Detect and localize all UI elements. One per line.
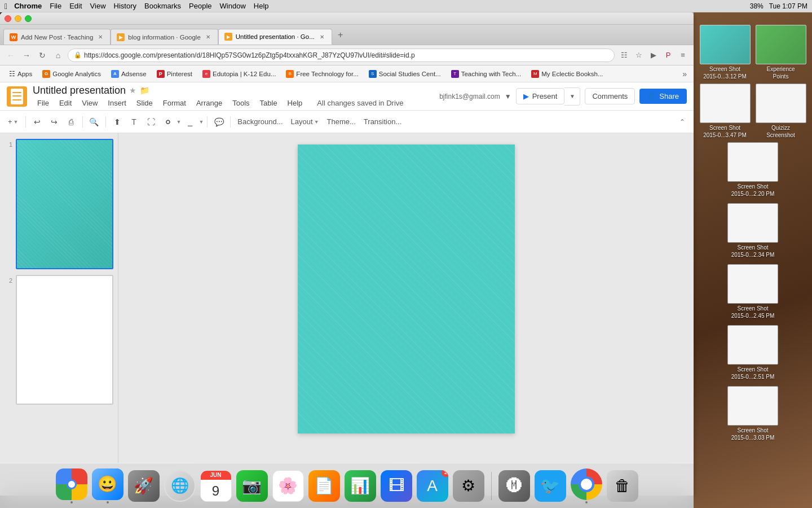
app-menu-file[interactable]: File xyxy=(50,2,61,10)
background-button[interactable]: Background... xyxy=(234,114,286,130)
star-button[interactable]: ☆ xyxy=(633,49,645,62)
tab-close-1[interactable]: ✕ xyxy=(96,33,104,41)
dock-item-appstore[interactable]: A 2 xyxy=(417,470,448,502)
address-bar[interactable]: 🔒 https://docs.google.com/presentation/d… xyxy=(68,49,615,62)
slides-menu-table[interactable]: Table xyxy=(255,98,282,108)
desktop-icon-ss5[interactable]: Screen Shot2015-0...2.20 PM xyxy=(694,140,812,200)
bookmarks-more-button[interactable]: » xyxy=(680,68,689,80)
present-dropdown-button[interactable]: ▼ xyxy=(564,87,580,106)
slides-menu-slide[interactable]: Slide xyxy=(132,98,157,108)
dock-item-finder[interactable]: 😀 xyxy=(92,468,123,503)
dock-item-calendar[interactable]: JUN 9 xyxy=(200,470,232,502)
bookmark-free-tech[interactable]: B Free Technology for... xyxy=(281,69,363,79)
dock-item-trash[interactable]: 🗑 xyxy=(607,470,638,502)
slides-title[interactable]: Untitled presentation xyxy=(33,85,126,97)
slides-menu-arrange[interactable]: Arrange xyxy=(192,98,227,108)
new-tab-button[interactable]: + xyxy=(334,29,347,41)
back-button[interactable]: ← xyxy=(5,49,17,62)
bookmark-edutopia[interactable]: e Edutopia | K-12 Edu... xyxy=(198,69,280,79)
zoom-add-button[interactable]: + ▼ xyxy=(5,114,22,130)
dock-item-facetime[interactable]: 📷 xyxy=(236,470,268,502)
star-favorite-icon[interactable]: ★ xyxy=(129,86,136,95)
slides-menu-help[interactable]: Help xyxy=(283,98,307,108)
cursor-tool[interactable]: ⬆ xyxy=(109,114,125,130)
dock-item-chrome-canary[interactable] xyxy=(571,468,602,503)
pinterest-button[interactable]: P xyxy=(662,49,674,62)
dock-item-calculator[interactable]: 🅜 xyxy=(498,470,530,502)
slides-menu-tools[interactable]: Tools xyxy=(228,98,254,108)
tab-untitled-presentation[interactable]: ▶ Untitled presentation · Go... ✕ xyxy=(218,29,332,45)
tab-close-3[interactable]: ✕ xyxy=(318,33,326,41)
share-button[interactable]: 👤 Share xyxy=(639,89,687,104)
close-button[interactable] xyxy=(5,15,11,22)
bookmark-apps[interactable]: ☷ Apps xyxy=(5,69,37,79)
app-menu-chrome[interactable]: Chrome xyxy=(14,2,42,10)
slide-main-canvas[interactable] xyxy=(298,144,515,433)
bookmark-adsense[interactable]: A Adsense xyxy=(107,69,151,79)
dock-item-chrome[interactable] xyxy=(56,468,87,503)
bookmark-pinterest[interactable]: P Pinterest xyxy=(152,69,197,79)
dock-item-rocket[interactable]: 🚀 xyxy=(128,470,160,502)
desktop-icon-ss3[interactable]: Screen Shot2015-0...3.47 PM xyxy=(698,84,752,139)
collapse-toolbar-button[interactable]: ⌃ xyxy=(676,115,689,129)
slides-menu-view[interactable]: View xyxy=(77,98,102,108)
theme-button[interactable]: Theme... xyxy=(324,114,359,130)
layout-button[interactable]: Layout ▼ xyxy=(288,114,323,130)
bookmark-social-studies[interactable]: S Social Studies Cent... xyxy=(364,69,445,79)
desktop-icon-ss7[interactable]: Screen Shot2015-0...2.45 PM xyxy=(694,262,812,322)
app-menu-view[interactable]: View xyxy=(90,2,106,10)
slides-menu-edit[interactable]: Edit xyxy=(55,98,76,108)
bookmark-google-analytics[interactable]: G Google Analytics xyxy=(38,69,105,79)
dock-item-numbers[interactable]: 📊 xyxy=(345,470,376,502)
desktop-icon-ss8[interactable]: Screen Shot2015-0...2.51 PM xyxy=(694,323,812,383)
user-dropdown-icon[interactable]: ▼ xyxy=(505,93,511,100)
desktop-icon-experience[interactable]: ExperiencePoints xyxy=(754,25,807,80)
slide-thumb-1[interactable] xyxy=(16,139,113,269)
home-button[interactable]: ⌂ xyxy=(52,49,64,62)
cast-button[interactable]: ▶ xyxy=(647,49,660,62)
app-menu-history[interactable]: History xyxy=(114,2,136,10)
desktop-icon-ss1[interactable]: Screen Shot2015-0...3.12 PM xyxy=(698,25,752,80)
slide-panel-item-2[interactable]: 2 xyxy=(5,275,113,405)
slide-thumb-2[interactable] xyxy=(16,275,113,405)
text-tool[interactable]: T xyxy=(126,114,142,130)
zoom-button[interactable]: 🔍 xyxy=(86,114,102,130)
folder-icon[interactable]: 📁 xyxy=(140,86,149,95)
app-menu-window[interactable]: Window xyxy=(220,2,246,10)
app-menu-edit[interactable]: Edit xyxy=(69,2,82,10)
refresh-button[interactable]: ↻ xyxy=(36,49,48,62)
bookmark-eclectic[interactable]: M My Eclectic Booksh... xyxy=(527,69,607,79)
dock-item-pages[interactable]: 📄 xyxy=(308,470,340,502)
minimize-button[interactable] xyxy=(15,15,21,22)
app-menu-people[interactable]: People xyxy=(189,2,211,10)
line-chevron-icon[interactable]: ▼ xyxy=(198,119,204,125)
comment-tool[interactable]: 💬 xyxy=(211,114,227,130)
menu-button[interactable]: ≡ xyxy=(677,49,689,62)
dock-item-safari[interactable]: 🌐 xyxy=(164,470,196,502)
slide-panel-item-1[interactable]: 1 xyxy=(5,139,113,269)
dock-item-twitter[interactable]: 🐦 xyxy=(535,470,566,502)
shape-chevron-icon[interactable]: ▼ xyxy=(176,119,182,125)
shape-tool[interactable]: ⭘ xyxy=(160,114,176,130)
desktop-icon-ss6[interactable]: Screen Shot2015-0...2.34 PM xyxy=(694,201,812,261)
dock-item-photos[interactable]: 🌸 xyxy=(272,470,304,502)
transition-button[interactable]: Transition... xyxy=(360,114,405,130)
forward-button[interactable]: → xyxy=(20,49,33,62)
desktop-icon-ss9[interactable]: Screen Shot2015-0...3.03 PM xyxy=(694,384,812,444)
slides-menu-file[interactable]: File xyxy=(33,98,54,108)
tab-blog-info[interactable]: ▶ blog information · Google ✕ xyxy=(111,29,218,45)
tab-add-new-post[interactable]: W Add New Post · Teaching ✕ xyxy=(3,29,111,45)
comments-button[interactable]: Comments xyxy=(585,88,635,104)
print-button[interactable]: ⎙ xyxy=(63,114,79,130)
apple-menu[interactable]:  xyxy=(5,2,7,11)
slides-menu-format[interactable]: Format xyxy=(158,98,191,108)
image-tool[interactable]: ⛶ xyxy=(143,114,159,130)
present-button[interactable]: ▶ Present xyxy=(516,88,565,104)
undo-button[interactable]: ↩ xyxy=(29,114,45,130)
slides-menu-insert[interactable]: Insert xyxy=(103,98,131,108)
extensions-button[interactable]: ☷ xyxy=(618,49,630,62)
line-tool[interactable]: ⎯ xyxy=(182,114,198,130)
dock-item-system-preferences[interactable]: ⚙ xyxy=(453,470,484,502)
fullscreen-button[interactable] xyxy=(25,15,32,22)
tab-close-2[interactable]: ✕ xyxy=(204,33,212,41)
